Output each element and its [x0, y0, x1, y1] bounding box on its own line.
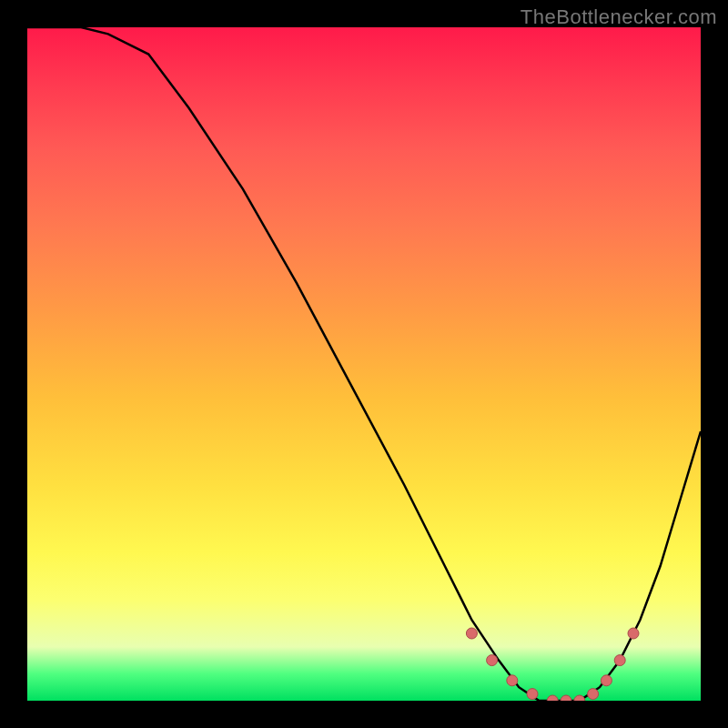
highlight-dot — [614, 655, 625, 666]
highlight-dot — [547, 695, 558, 701]
highlight-dot — [574, 695, 585, 701]
chart-container: TheBottlenecker.com — [0, 0, 728, 728]
highlight-dot — [588, 689, 599, 700]
attribution-label: TheBottlenecker.com — [521, 5, 717, 29]
highlight-dots — [466, 628, 639, 701]
curve-svg — [27, 27, 701, 701]
highlight-dot — [507, 675, 518, 686]
highlight-dot — [487, 655, 498, 666]
plot-area — [27, 27, 701, 701]
highlight-dot — [601, 675, 612, 686]
highlight-dot — [561, 695, 571, 701]
highlight-dot — [527, 689, 538, 700]
bottleneck-curve — [27, 27, 701, 701]
highlight-dot — [628, 628, 639, 639]
highlight-dot — [466, 628, 477, 639]
